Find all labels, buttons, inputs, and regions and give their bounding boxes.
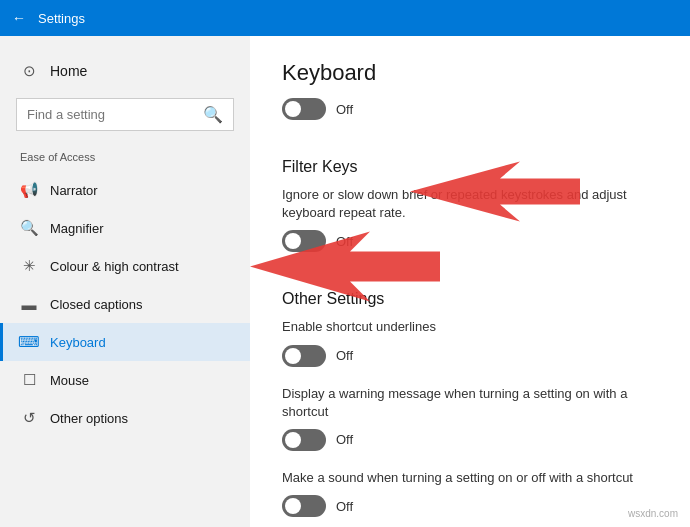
sidebar-item-home[interactable]: ⊙ Home xyxy=(0,52,250,90)
keyboard-toggle[interactable] xyxy=(282,98,326,120)
sidebar: ⊙ Home 🔍 Ease of Access 📢 Narrator 🔍 Mag… xyxy=(0,36,250,527)
magnifier-icon: 🔍 xyxy=(20,219,38,237)
watermark: wsxdn.com xyxy=(628,508,678,519)
sidebar-label-other: Other options xyxy=(50,411,128,426)
keyboard-icon: ⌨ xyxy=(20,333,38,351)
other-icon: ↺ xyxy=(20,409,38,427)
shortcut-underlines-toggle-label: Off xyxy=(336,348,353,363)
main-toggle-row: Off xyxy=(282,98,658,120)
sidebar-label-narrator: Narrator xyxy=(50,183,98,198)
home-icon: ⊙ xyxy=(20,62,38,80)
home-label: Home xyxy=(50,63,87,79)
filter-keys-toggle-label: Off xyxy=(336,234,353,249)
content-area: Keyboard Off Filter Keys Ignore or slow … xyxy=(250,36,690,527)
sidebar-label-colour: Colour & high contrast xyxy=(50,259,179,274)
filter-keys-toggle-row: Off xyxy=(282,230,658,252)
warning-message-toggle-label: Off xyxy=(336,432,353,447)
warning-message-label: Display a warning message when turning a… xyxy=(282,385,658,421)
sidebar-label-captions: Closed captions xyxy=(50,297,143,312)
make-sound-toggle[interactable] xyxy=(282,495,326,517)
back-button[interactable]: ← xyxy=(12,10,26,26)
other-settings-title: Other Settings xyxy=(282,290,658,308)
sidebar-item-captions[interactable]: ▬ Closed captions xyxy=(0,285,250,323)
title-bar: ← Settings xyxy=(0,0,690,36)
filter-keys-toggle[interactable] xyxy=(282,230,326,252)
main-layout: ⊙ Home 🔍 Ease of Access 📢 Narrator 🔍 Mag… xyxy=(0,36,690,527)
keyboard-toggle-label: Off xyxy=(336,102,353,117)
make-sound-label: Make a sound when turning a setting on o… xyxy=(282,469,658,487)
search-box: 🔍 xyxy=(16,98,234,131)
sidebar-label-mouse: Mouse xyxy=(50,373,89,388)
filter-keys-description: Ignore or slow down brief or repeated ke… xyxy=(282,186,658,222)
sidebar-item-keyboard[interactable]: ⌨ Keyboard xyxy=(0,323,250,361)
shortcut-underlines-label: Enable shortcut underlines xyxy=(282,318,658,336)
warning-message-toggle[interactable] xyxy=(282,429,326,451)
sidebar-item-other[interactable]: ↺ Other options xyxy=(0,399,250,437)
section-label: Ease of Access xyxy=(0,147,250,171)
sidebar-label-magnifier: Magnifier xyxy=(50,221,103,236)
page-title: Keyboard xyxy=(282,60,658,86)
colour-icon: ✳ xyxy=(20,257,38,275)
window-title: Settings xyxy=(38,11,85,26)
sidebar-item-colour[interactable]: ✳ Colour & high contrast xyxy=(0,247,250,285)
filter-keys-title: Filter Keys xyxy=(282,158,658,176)
captions-icon: ▬ xyxy=(20,295,38,313)
sidebar-item-narrator[interactable]: 📢 Narrator xyxy=(0,171,250,209)
sidebar-item-mouse[interactable]: ☐ Mouse xyxy=(0,361,250,399)
make-sound-toggle-row: Off xyxy=(282,495,658,517)
narrator-icon: 📢 xyxy=(20,181,38,199)
mouse-icon: ☐ xyxy=(20,371,38,389)
shortcut-underlines-toggle[interactable] xyxy=(282,345,326,367)
search-icon: 🔍 xyxy=(203,105,223,124)
warning-message-toggle-row: Off xyxy=(282,429,658,451)
make-sound-toggle-label: Off xyxy=(336,499,353,514)
sidebar-label-keyboard: Keyboard xyxy=(50,335,106,350)
search-input[interactable] xyxy=(27,107,195,122)
sidebar-item-magnifier[interactable]: 🔍 Magnifier xyxy=(0,209,250,247)
shortcut-underlines-toggle-row: Off xyxy=(282,345,658,367)
